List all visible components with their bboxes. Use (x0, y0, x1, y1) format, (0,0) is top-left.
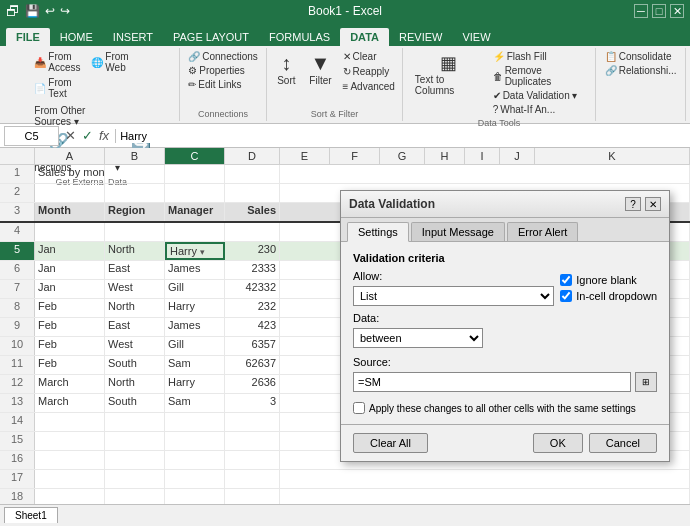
data-validation-btn[interactable]: ✔ Data Validation ▾ (490, 89, 588, 102)
ok-button[interactable]: OK (533, 433, 583, 453)
cell-B4[interactable] (105, 223, 165, 241)
cell-A4[interactable] (35, 223, 105, 241)
redo-icon[interactable]: ↪ (60, 4, 70, 18)
tab-file[interactable]: FILE (6, 28, 50, 46)
col-C-header[interactable]: C (165, 148, 225, 164)
close-btn[interactable]: ✕ (670, 4, 684, 18)
reapply-btn[interactable]: ↻ Reapply (340, 65, 398, 78)
cell-B1[interactable] (105, 165, 165, 183)
cell-C3[interactable]: Manager (165, 203, 225, 221)
cancel-button[interactable]: Cancel (589, 433, 657, 453)
cell-B7[interactable]: West (105, 280, 165, 298)
cell-A9[interactable]: Feb (35, 318, 105, 336)
cell-B11[interactable]: South (105, 356, 165, 374)
cell-C12[interactable]: Harry (165, 375, 225, 393)
cell-B10[interactable]: West (105, 337, 165, 355)
connections-btn[interactable]: 🔗 Connections (185, 50, 261, 63)
cell-A8[interactable]: Feb (35, 299, 105, 317)
cell-C4[interactable] (165, 223, 225, 241)
cancel-formula-icon[interactable]: ✕ (65, 128, 76, 143)
cell-D9[interactable]: 423 (225, 318, 280, 336)
text-to-columns-btn[interactable]: ▦ Text to Columns (411, 50, 486, 98)
cell-D6[interactable]: 2333 (225, 261, 280, 279)
maximize-btn[interactable]: □ (652, 4, 666, 18)
cell-D2[interactable] (225, 184, 280, 202)
cell-D3[interactable]: Sales (225, 203, 280, 221)
cell-D4[interactable] (225, 223, 280, 241)
cell-D12[interactable]: 2636 (225, 375, 280, 393)
cell-A1[interactable]: Sales by month (35, 165, 105, 183)
cell-D10[interactable]: 6357 (225, 337, 280, 355)
dialog-close-btn[interactable]: ✕ (645, 197, 661, 211)
cell-B5[interactable]: North (105, 242, 165, 260)
col-B-header[interactable]: B (105, 148, 165, 164)
cell-A10[interactable]: Feb (35, 337, 105, 355)
cell-D7[interactable]: 42332 (225, 280, 280, 298)
cell-D13[interactable]: 3 (225, 394, 280, 412)
save-icon[interactable]: 💾 (25, 4, 40, 18)
cell-A3[interactable]: Month (35, 203, 105, 221)
edit-links-btn[interactable]: ✏ Edit Links (185, 78, 261, 91)
in-cell-dropdown-checkbox[interactable] (560, 290, 572, 302)
advanced-btn[interactable]: ≡ Advanced (340, 80, 398, 93)
cell-reference-box[interactable] (4, 126, 59, 146)
cell-A11[interactable]: Feb (35, 356, 105, 374)
cell-D8[interactable]: 232 (225, 299, 280, 317)
cell-C1[interactable] (165, 165, 225, 183)
cell-B12[interactable]: North (105, 375, 165, 393)
minimize-btn[interactable]: ─ (634, 4, 648, 18)
tab-pagelayout[interactable]: PAGE LAYOUT (163, 28, 259, 46)
tab-input-message[interactable]: Input Message (411, 222, 505, 241)
tab-review[interactable]: REVIEW (389, 28, 452, 46)
insert-function-icon[interactable]: fx (99, 128, 109, 143)
tab-error-alert[interactable]: Error Alert (507, 222, 579, 241)
col-D-header[interactable]: D (225, 148, 280, 164)
cell-B3[interactable]: Region (105, 203, 165, 221)
col-F-header[interactable]: F (330, 148, 380, 164)
relationships-btn[interactable]: 🔗 Relationshi... (602, 64, 680, 77)
cell-C2[interactable] (165, 184, 225, 202)
col-G-header[interactable]: G (380, 148, 425, 164)
cell-B6[interactable]: East (105, 261, 165, 279)
formula-input[interactable] (115, 129, 686, 143)
cell-C11[interactable]: Sam (165, 356, 225, 374)
sort-az-btn[interactable]: ↕ Sort (271, 50, 301, 88)
tab-insert[interactable]: INSERT (103, 28, 163, 46)
consolidate-btn[interactable]: 📋 Consolidate (602, 50, 680, 63)
cell-C5[interactable]: Harry ▾ (165, 242, 225, 260)
cell-C9[interactable]: James (165, 318, 225, 336)
tab-view[interactable]: VIEW (452, 28, 500, 46)
cell-B9[interactable]: East (105, 318, 165, 336)
cell-B13[interactable]: South (105, 394, 165, 412)
col-E-header[interactable]: E (280, 148, 330, 164)
undo-icon[interactable]: ↩ (45, 4, 55, 18)
properties-btn[interactable]: ⚙ Properties (185, 64, 261, 77)
source-picker-btn[interactable]: ⊞ (635, 372, 657, 392)
from-access-btn[interactable]: 📥 From Access (31, 50, 86, 74)
col-K-header[interactable]: K (535, 148, 690, 164)
confirm-formula-icon[interactable]: ✓ (82, 128, 93, 143)
from-other-sources-btn[interactable]: From Other Sources ▾ (31, 104, 96, 128)
cell-C13[interactable]: Sam (165, 394, 225, 412)
cell-B8[interactable]: North (105, 299, 165, 317)
from-text-btn[interactable]: 📄 From Text (31, 76, 86, 100)
dialog-help-btn[interactable]: ? (625, 197, 641, 211)
apply-all-checkbox[interactable] (353, 402, 365, 414)
filter-btn[interactable]: ▼ Filter (305, 50, 335, 88)
remove-duplicates-btn[interactable]: 🗑 Remove Duplicates (490, 64, 588, 88)
col-I-header[interactable]: I (465, 148, 500, 164)
clear-all-button[interactable]: Clear All (353, 433, 428, 453)
tab-settings[interactable]: Settings (347, 222, 409, 242)
what-if-btn[interactable]: ? What-If An... (490, 103, 588, 116)
tab-home[interactable]: HOME (50, 28, 103, 46)
cell-C10[interactable]: Gill (165, 337, 225, 355)
sheet-tab-sheet1[interactable]: Sheet1 (4, 507, 58, 523)
cell-B2[interactable] (105, 184, 165, 202)
col-H-header[interactable]: H (425, 148, 465, 164)
cell-A6[interactable]: Jan (35, 261, 105, 279)
cell-C8[interactable]: Harry (165, 299, 225, 317)
from-web-btn[interactable]: 🌐 From Web (88, 50, 143, 74)
cell-E1[interactable] (280, 165, 690, 183)
col-J-header[interactable]: J (500, 148, 535, 164)
cell-C6[interactable]: James (165, 261, 225, 279)
